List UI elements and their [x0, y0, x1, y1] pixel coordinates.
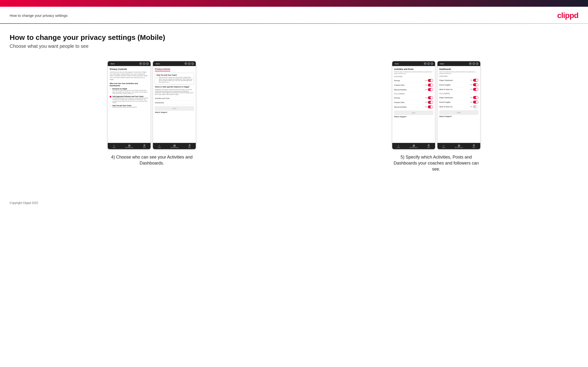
toggle-followers-manual-control[interactable]: ON	[425, 105, 433, 108]
settings-icon[interactable]: ⚙	[146, 62, 149, 65]
user-icon[interactable]: 👤	[143, 62, 145, 65]
popup-radio-dot[interactable]	[156, 77, 158, 79]
toggle4-coaches-insights-switch[interactable]	[473, 83, 478, 86]
toggle-followers-rounds-switch[interactable]	[428, 96, 433, 99]
search-icon-3[interactable]: 🔍	[424, 62, 426, 65]
nav-home-3[interactable]: ⌂ Home	[397, 144, 400, 148]
screen4-back-label: Back	[440, 63, 444, 65]
screen4-body: Dashboards Select the dashboards that yo…	[437, 66, 480, 143]
toggle-coaches-manual-control[interactable]: ON	[425, 88, 433, 91]
toggle-followers-drills-control[interactable]: ON	[425, 101, 433, 104]
toggle-followers-drills-text: ON	[425, 102, 427, 103]
screen3-back[interactable]: ‹ Back	[394, 63, 399, 65]
option-everyone[interactable]: Everyone on Clippd Everyone on Clippd ca…	[110, 88, 149, 94]
nav-performance-2[interactable]: ▤ My Performance	[171, 144, 178, 148]
section-heading2: Show or hide specific features in Clippd	[155, 86, 194, 88]
toggle4-coaches-player-control[interactable]: ON	[470, 79, 478, 82]
radio-everyone[interactable]	[110, 88, 111, 90]
screen4-desc: Select the dashboards that you'd like to…	[439, 71, 478, 74]
toggle-coaches-manual-switch[interactable]	[428, 88, 433, 91]
menu-icon-1: ☰	[143, 144, 146, 147]
screen1-icons: 🔍 👤 ⚙	[139, 62, 149, 65]
nav-perf-label-3: My Performance	[410, 147, 418, 148]
menu-icon-2: ☰	[189, 144, 191, 147]
search-icon-4[interactable]: 🔍	[469, 62, 472, 65]
settings-icon-4[interactable]: ⚙	[476, 62, 478, 65]
menu-row-activities[interactable]: Activities and Posts ›	[155, 96, 194, 101]
nav-perf-label-4: My Performance	[455, 147, 463, 148]
search-icon-2[interactable]: 🔍	[185, 62, 187, 65]
screen1-header: ‹ Back 🔍 👤 ⚙	[108, 61, 151, 66]
toggle4-coaches-insights-control[interactable]: ON	[470, 83, 478, 86]
toggle4-coaches-player: Player Dashboard ON	[439, 78, 478, 83]
nav-home-2[interactable]: ⌂ Home	[158, 144, 161, 148]
toggle4-coaches-insights-label: Round Insights	[439, 84, 451, 86]
toggle-followers-manual-label: Manual Activities	[394, 106, 407, 108]
screenshot-group-1: ‹ Back 🔍 👤 ⚙ Privacy Controls Control ho…	[106, 61, 198, 166]
toggle4-coaches-workon-control[interactable]: ON	[470, 88, 478, 91]
screen3-icons: 🔍 👤 ⚙	[424, 62, 433, 65]
save-button-3[interactable]: Save	[394, 111, 433, 115]
menu-row-dashboards[interactable]: Dashboards ›	[155, 101, 194, 105]
toggle4-followers-player-control[interactable]: ON	[470, 96, 478, 99]
toggle-followers-rounds-control[interactable]: ON	[425, 96, 433, 99]
user-icon-2[interactable]: 👤	[188, 62, 190, 65]
toggle4-coaches-player-switch[interactable]	[473, 79, 478, 82]
toggle-coaches-drills: Practice Drills ON	[394, 83, 433, 87]
toggle-coaches-drills-control[interactable]: ON	[425, 83, 433, 86]
toggle-coaches-rounds-control[interactable]: ON	[425, 79, 433, 82]
logo: clippd	[557, 11, 578, 20]
screen1-back[interactable]: ‹ Back	[110, 63, 114, 65]
toggle4-followers-insights-switch[interactable]	[473, 101, 478, 103]
screen1-body-text: Control how you and your data appears to…	[110, 71, 149, 80]
menu-dashboards-label: Dashboards	[155, 102, 164, 103]
toggle4-coaches-workon-switch[interactable]	[473, 88, 478, 91]
nav-performance-1[interactable]: ▤ My Performance	[125, 144, 133, 148]
nav-performance-4[interactable]: ▤ My Performance	[455, 144, 463, 148]
radio-approved[interactable]	[110, 96, 111, 98]
toggle4-followers-insights-text: ON	[470, 101, 472, 103]
toggle-coaches-rounds-switch[interactable]	[428, 79, 433, 82]
toggle-coaches-drills-switch[interactable]	[428, 83, 433, 86]
radio-only-you[interactable]	[110, 105, 111, 107]
screen3-title: Activities and Posts	[394, 68, 433, 70]
save-button-4[interactable]: Save	[439, 110, 478, 115]
toggle4-followers-workon-switch[interactable]	[473, 105, 478, 108]
option-only-you[interactable]: Only You and Your Coach Only you and the…	[110, 105, 149, 108]
nav-home-1[interactable]: ⌂ Home	[113, 144, 116, 148]
nav-home-4[interactable]: ⌂ Home	[442, 144, 445, 148]
nav-menu-4[interactable]: ☰ Menu	[473, 144, 475, 148]
toggle-coaches-drills-label: Practice Drills	[394, 84, 405, 86]
toggle-coaches-drills-text: ON	[425, 84, 427, 86]
screen2-tab[interactable]: Privacy Controls	[155, 68, 170, 71]
screen2-back[interactable]: ‹ Back	[155, 63, 160, 65]
nav-menu-2[interactable]: ☰ Menu	[188, 144, 191, 148]
option-only-you-label: Only You and Your Coach	[112, 105, 137, 106]
screen2-header: ‹ Back 🔍 👤 ⚙	[153, 61, 196, 66]
nav-menu-3[interactable]: ☰ Menu	[427, 144, 430, 148]
search-icon[interactable]: 🔍	[139, 62, 142, 65]
toggle4-followers-insights-control[interactable]: ON	[470, 101, 478, 103]
toggle-followers-manual-switch[interactable]	[428, 105, 433, 108]
toggle-followers-drills-switch[interactable]	[428, 101, 433, 104]
settings-icon-2[interactable]: ⚙	[191, 62, 194, 65]
screen4-back[interactable]: ‹ Back	[439, 63, 444, 65]
followers-label-3: FOLLOWERS	[394, 93, 433, 95]
save-button-2[interactable]: Save	[155, 106, 194, 110]
screen1-section-title: Who Can See Your Activities and Dashboar…	[110, 82, 149, 87]
screen2-icons: 🔍 👤 ⚙	[185, 62, 194, 65]
option-approved[interactable]: Only Approved Followers and Your Coach O…	[110, 96, 149, 103]
nav-performance-3[interactable]: ▤ My Performance	[410, 144, 418, 148]
user-icon-3[interactable]: 👤	[427, 62, 430, 65]
nav-menu-1[interactable]: ☰ Menu	[143, 144, 146, 148]
toggle4-followers-player-label: Player Dashboard	[439, 97, 453, 99]
user-icon-4[interactable]: 👤	[473, 62, 475, 65]
followers-label-4: FOLLOWERS	[439, 93, 478, 94]
settings-icon-3[interactable]: ⚙	[431, 62, 433, 65]
toggle4-followers-workon-control[interactable]: ON	[470, 105, 478, 108]
screen2-body: Privacy Controls Only You and Your Coach…	[153, 66, 196, 143]
toggle4-coaches-insights: Round Insights ON	[439, 83, 478, 87]
toggle4-followers-player-switch[interactable]	[473, 96, 478, 99]
help-support-3: Help & Support	[394, 116, 433, 117]
mobile-screen-2: ‹ Back 🔍 👤 ⚙ Privacy Controls Only You a…	[153, 61, 196, 149]
